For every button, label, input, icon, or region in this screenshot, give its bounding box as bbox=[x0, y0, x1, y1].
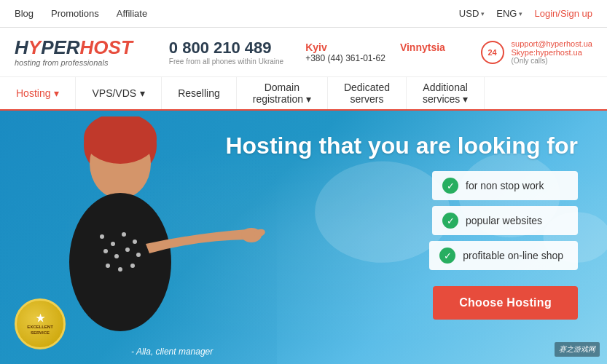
top-bar: Blog Promotions Affiliate USD ▾ ENG ▾ Lo… bbox=[0, 0, 607, 28]
logo-host-text: HOST bbox=[80, 38, 133, 57]
feature-label-1: for non stop work bbox=[466, 180, 544, 191]
login-signup-link[interactable]: Login/Sign up bbox=[534, 8, 592, 19]
client-label-text: - Alla, client manager bbox=[131, 347, 213, 357]
location-vinnytsia: Vinnytsia bbox=[400, 41, 445, 63]
header-phone-block: 0 800 210 489 Free from all phones withi… bbox=[169, 39, 283, 66]
hero-title: Hosting that you are looking for bbox=[225, 132, 578, 159]
support-skype-link[interactable]: Skype:hyperhost.ua bbox=[512, 48, 582, 57]
check-icon-3: ✓ bbox=[439, 248, 455, 264]
signup-label: Sign up bbox=[560, 8, 592, 19]
header-support: 24 support@hyperhost.ua Skype:hyperhost.… bbox=[481, 39, 592, 65]
currency-selector[interactable]: USD ▾ bbox=[459, 8, 485, 19]
logo[interactable]: HYPER HOST hosting from professionals bbox=[15, 38, 133, 67]
svg-point-5 bbox=[100, 234, 104, 239]
language-chevron: ▾ bbox=[519, 10, 522, 17]
choose-hosting-button[interactable]: Choose Hosting bbox=[433, 286, 578, 320]
currency-label: USD bbox=[459, 8, 479, 19]
svg-point-13 bbox=[106, 264, 110, 268]
logo-hyper-text: HYPER bbox=[15, 38, 80, 57]
nav-vps-chevron: ▾ bbox=[140, 87, 145, 99]
svg-point-12 bbox=[136, 253, 141, 257]
nav-domain[interactable]: Domainregistration ▾ bbox=[237, 77, 328, 109]
support-hours-label: 24 bbox=[487, 48, 496, 57]
logo-brand: HYPER HOST bbox=[15, 38, 133, 57]
nav-domain-label: Domainregistration ▾ bbox=[253, 82, 311, 105]
nav-vps[interactable]: VPS/VDS ▾ bbox=[76, 77, 162, 109]
language-label: ENG bbox=[496, 8, 517, 19]
city1-name: Kyiv bbox=[305, 41, 385, 53]
top-bar-right: USD ▾ ENG ▾ Login/Sign up bbox=[459, 8, 592, 19]
nav-dedicated[interactable]: Dedicatedservers bbox=[328, 77, 407, 109]
nav-reselling[interactable]: Reselling bbox=[162, 77, 237, 109]
svg-point-6 bbox=[111, 242, 115, 246]
nav-hosting-label: Hosting bbox=[16, 87, 50, 99]
nav-hosting-chevron: ▾ bbox=[54, 87, 59, 99]
location-kyiv: Kyiv +380 (44) 361-01-62 bbox=[305, 41, 385, 63]
svg-point-9 bbox=[103, 249, 108, 253]
city1-phone: +380 (44) 361-01-62 bbox=[305, 53, 385, 63]
login-label: Login bbox=[534, 8, 557, 19]
watermark: 赛之游戏网 bbox=[555, 342, 600, 357]
logo-subtitle: hosting from professionals bbox=[15, 58, 108, 67]
phone-subtitle: Free from all phones within Ukraine bbox=[169, 58, 283, 66]
support-note: (Only calls) bbox=[512, 57, 592, 65]
svg-point-11 bbox=[125, 248, 130, 252]
phone-number[interactable]: 0 800 210 489 bbox=[169, 39, 283, 58]
svg-point-15 bbox=[130, 264, 135, 268]
blog-link[interactable]: Blog bbox=[15, 8, 34, 19]
hero-section: - Alla, client manager Hosting that you … bbox=[0, 111, 607, 364]
check-icon-1: ✓ bbox=[442, 178, 458, 194]
watermark-text: 赛之游戏网 bbox=[559, 345, 595, 353]
city2-name: Vinnytsia bbox=[400, 41, 445, 53]
nav-hosting[interactable]: Hosting ▾ bbox=[0, 77, 76, 109]
language-selector[interactable]: ENG ▾ bbox=[496, 8, 522, 19]
support-info-block: support@hyperhost.ua Skype:hyperhost.ua … bbox=[512, 39, 592, 65]
top-bar-links: Blog Promotions Affiliate bbox=[15, 8, 147, 19]
currency-chevron: ▾ bbox=[481, 10, 485, 17]
svg-point-8 bbox=[133, 240, 137, 244]
support-24-badge: 24 bbox=[481, 41, 504, 64]
feature-item-1: ✓ for non stop work bbox=[432, 171, 578, 200]
nav-reselling-label: Reselling bbox=[178, 87, 220, 99]
feature-list: ✓ for non stop work ✓ popular websites ✓… bbox=[429, 171, 578, 270]
badge-text: EXCELLENTSERVICE bbox=[27, 325, 53, 336]
feature-item-2: ✓ popular websites bbox=[432, 206, 578, 235]
feature-item-3: ✓ profitable on-line shop bbox=[429, 241, 578, 270]
feature-label-3: profitable on-line shop bbox=[463, 250, 563, 261]
svg-point-10 bbox=[114, 254, 119, 258]
svg-point-14 bbox=[118, 267, 122, 272]
support-email-link[interactable]: support@hyperhost.ua bbox=[512, 39, 592, 48]
excellence-badge: ★ EXCELLENTSERVICE bbox=[15, 298, 66, 349]
feature-label-2: popular websites bbox=[466, 215, 542, 226]
nav-additional-label: Additionalservices ▾ bbox=[423, 82, 468, 105]
badge-star-icon: ★ bbox=[36, 312, 45, 325]
header: HYPER HOST hosting from professionals 0 … bbox=[0, 28, 607, 77]
promotions-link[interactable]: Promotions bbox=[51, 8, 99, 19]
nav-additional[interactable]: Additionalservices ▾ bbox=[407, 77, 485, 109]
svg-point-7 bbox=[122, 232, 126, 237]
svg-point-4 bbox=[69, 193, 171, 331]
client-label: - Alla, client manager bbox=[131, 347, 213, 357]
nav-vps-label: VPS/VDS bbox=[92, 87, 136, 99]
nav-dedicated-label: Dedicatedservers bbox=[344, 82, 390, 105]
hero-content: Hosting that you are looking for ✓ for n… bbox=[225, 132, 578, 320]
affiliate-link[interactable]: Affiliate bbox=[117, 8, 147, 19]
header-locations: Kyiv +380 (44) 361-01-62 Vinnytsia bbox=[305, 41, 445, 63]
main-nav: Hosting ▾ VPS/VDS ▾ Reselling Domainregi… bbox=[0, 77, 607, 111]
check-icon-2: ✓ bbox=[442, 213, 458, 229]
